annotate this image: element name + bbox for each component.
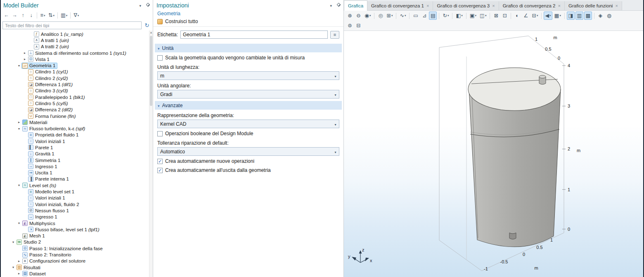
close-tab-icon[interactable]: × <box>558 3 561 8</box>
measure-button[interactable]: ∠ <box>522 12 530 20</box>
close-tab-icon[interactable]: × <box>426 3 429 8</box>
tree-item-ingresso-1[interactable]: Ingresso 1 <box>0 163 149 169</box>
auto-operations-checkbox-row[interactable]: Crea automaticamente nuove operazioni <box>153 156 343 165</box>
tree-item-valori-iniziali-fluido-2[interactable]: Valori iniziali, fluido 2 <box>0 201 149 207</box>
pin-icon[interactable] <box>335 3 340 8</box>
collapse-arrow-icon[interactable]: ▾ <box>17 221 21 225</box>
zoom-menu-button[interactable]: ◉▾ <box>363 12 372 20</box>
tree-item-parete-interna-1[interactable]: Parete interna 1 <box>0 176 149 182</box>
build-all-button[interactable]: Costruisci tutto <box>153 17 343 27</box>
tree-item-propriet-del-fluido-1[interactable]: Proprietà del fluido 1 <box>0 132 149 138</box>
tree-item-passo-1-inizializzazione-della-fase[interactable]: Passo 1: Inizializzazione della fase <box>0 245 149 251</box>
section-units[interactable]: Unità <box>155 44 342 52</box>
select-box-button[interactable]: ⊠ <box>492 12 500 20</box>
sort-button[interactable]: ⇅▾ <box>47 12 56 20</box>
tree-item-cilindro-2[interactable]: Cilindro 2(cyl2) <box>0 75 149 81</box>
history-forward-button[interactable]: → <box>11 12 19 20</box>
transparency-button[interactable]: ◐ <box>513 12 521 20</box>
type-filter-input[interactable] <box>2 21 142 29</box>
screenshot-button[interactable]: ⊚ <box>346 21 354 30</box>
tree-item-a-tratti-2[interactable]: A tratti 2(uin) <box>0 44 149 50</box>
checkbox-unchecked-icon[interactable] <box>157 131 163 136</box>
close-tab-icon[interactable]: × <box>492 3 495 8</box>
tree-item-a-tratti-1[interactable]: A tratti 1(uin) <box>0 37 149 43</box>
section-advanced[interactable]: Avanzate <box>155 101 342 110</box>
replot-button[interactable]: ↻▾ <box>441 12 450 20</box>
close-tab-icon[interactable]: × <box>615 3 618 8</box>
checkbox-checked-icon[interactable] <box>157 159 163 164</box>
move-down-button[interactable]: ↓ <box>27 12 35 20</box>
pin-icon[interactable] <box>144 3 149 8</box>
tab-grafico-di-convergenza-2[interactable]: Grafico di convergenza 2× <box>499 1 565 10</box>
tree-item-forma-l-unione[interactable]: Forma l'unione(fin) <box>0 113 149 119</box>
grid-lines-button[interactable]: ▤ <box>429 12 437 20</box>
graphics-canvas[interactable]: z y x 43210m10.50m10.50-0.5-1m <box>344 31 644 277</box>
tree-item-studio-2[interactable]: ▾Studio 2 <box>0 239 149 245</box>
split-vertical-button[interactable]: ▥ <box>575 12 583 20</box>
scale-units-checkbox-row[interactable]: Scala la geometria quando vengono cambia… <box>153 52 343 61</box>
expand-arrow-icon[interactable]: ▸ <box>17 120 21 124</box>
tree-item-nessun-flusso-1[interactable]: Nessun flusso 1 <box>0 207 149 214</box>
scroll-up-icon[interactable]: ▲ <box>149 31 153 34</box>
plot-while-solving-button[interactable]: ∿▾ <box>398 12 407 20</box>
columns-button[interactable]: ▥▾ <box>59 12 69 20</box>
angular-unit-select[interactable]: Gradi <box>157 90 339 99</box>
scrollbar-thumb[interactable] <box>150 36 152 106</box>
zoom-in-button[interactable]: ⊕ <box>346 12 354 20</box>
dock-window-button[interactable]: ▩ <box>584 12 592 20</box>
tree-item-gravit-1[interactable]: Gravità 1 <box>0 151 149 157</box>
checkbox-unchecked-icon[interactable] <box>157 55 163 61</box>
image-export-button[interactable]: ▣▾ <box>469 12 478 20</box>
tree-item-multiphysics[interactable]: ▾Multiphysics <box>0 220 149 226</box>
tree-item-materiali[interactable]: ▸Materiali <box>0 119 149 125</box>
tree-item-modello-level-set-1[interactable]: Modello level set 1 <box>0 188 149 195</box>
checkbox-checked-icon[interactable] <box>157 168 163 173</box>
tree-item-ingresso-1[interactable]: Ingresso 1 <box>0 214 149 220</box>
zoom-extents-button[interactable]: ⊞▾ <box>385 12 394 20</box>
tree-item-analitico-1[interactable]: Analitico 1(u_ramp) <box>0 31 149 37</box>
tree-item-passo-2-transitorio[interactable]: Passo 2: Transitorio <box>0 251 149 258</box>
tree-item-flusso-turbolento-k[interactable]: ▾Flusso turbolento, k-ε(spf) <box>0 125 149 131</box>
filter-button[interactable]: ∇▾ <box>72 12 80 20</box>
scene-settings-button[interactable]: ⊟▾ <box>530 12 539 20</box>
tree-item-differenza-2[interactable]: Differenza 2(dif2) <box>0 107 149 113</box>
tree-scrollbar[interactable]: ▲ <box>149 31 153 277</box>
tree-item-cilindro-1[interactable]: Cilindro 1(cyl1) <box>0 69 149 75</box>
model-tree-settings-button[interactable]: ≡▾ <box>39 12 47 20</box>
collapse-arrow-icon[interactable]: ▾ <box>17 127 21 131</box>
tree-item-dataset[interactable]: ▸Dataset <box>0 270 149 277</box>
zoom-selected-button[interactable]: ⊡ <box>501 12 509 20</box>
tree-item-uscita-1[interactable]: Uscita 1 <box>0 170 149 176</box>
tree-item-cilindro-5[interactable]: Cilindro 5(cyl5) <box>0 100 149 106</box>
tab-grafico-di-convergenza-1[interactable]: Grafico di convergenza 1× <box>367 1 433 10</box>
tree-item-geometria-1[interactable]: ▾Geometria 1 <box>0 62 149 68</box>
expand-arrow-icon[interactable]: ▸ <box>17 259 21 263</box>
collapse-arrow-icon[interactable]: ▾ <box>17 64 21 68</box>
panel-menu-button[interactable] <box>139 2 141 8</box>
tree-item-level-set[interactable]: ▾Level set(ls) <box>0 182 149 188</box>
tree-item-configurazioni-del-solutore[interactable]: ▸Configurazioni del solutore <box>0 258 149 264</box>
length-unit-select[interactable]: m <box>157 71 339 80</box>
zoom-out-button[interactable]: ⊖ <box>355 12 362 20</box>
tree-item-parete-1[interactable]: Parete 1 <box>0 144 149 150</box>
log-scale-button[interactable]: ⊿ <box>420 12 428 20</box>
tree-item-valori-iniziali-1[interactable]: Valori iniziali 1 <box>0 138 149 144</box>
auto-build-exit-checkbox-row[interactable]: Crea automaticamente all'uscita dalla ge… <box>153 165 343 174</box>
axis-limits-button[interactable]: ▭ <box>412 12 419 20</box>
tree-item-sistema-di-riferimento-sul-contorno-1[interactable]: ▸Sistema di riferimento sul contorno 1(s… <box>0 50 149 56</box>
tree-item-vista-1[interactable]: ▸Vista 1 <box>0 56 149 62</box>
tree-item-differenza-1[interactable]: Differenza 1(dif1) <box>0 81 149 87</box>
view-direction-button[interactable]: ◀▾ <box>544 12 552 20</box>
expand-arrow-icon[interactable]: ▸ <box>22 57 27 61</box>
tree-item-flusso-bifase-level-set-1[interactable]: Flusso bifase, level set 1(tpf1) <box>0 226 149 232</box>
tab-grafico-di-convergenza-3[interactable]: Grafico di convergenza 3× <box>433 1 499 10</box>
representation-select[interactable]: Kernel CAD <box>157 120 339 128</box>
refresh-icon[interactable]: ↻ <box>144 22 150 28</box>
tab-grafica[interactable]: Grafica <box>344 0 367 11</box>
tree-item-cilindro-3[interactable]: Cilindro 3(cyl3) <box>0 88 149 94</box>
view-menu-button[interactable]: ▦▾ <box>553 12 562 20</box>
color-theme-button[interactable]: ◧▾ <box>455 12 464 20</box>
history-back-button[interactable]: ← <box>2 12 10 20</box>
collapse-arrow-icon[interactable]: ▾ <box>17 183 21 187</box>
tolerance-select[interactable]: Automatico <box>157 147 339 156</box>
